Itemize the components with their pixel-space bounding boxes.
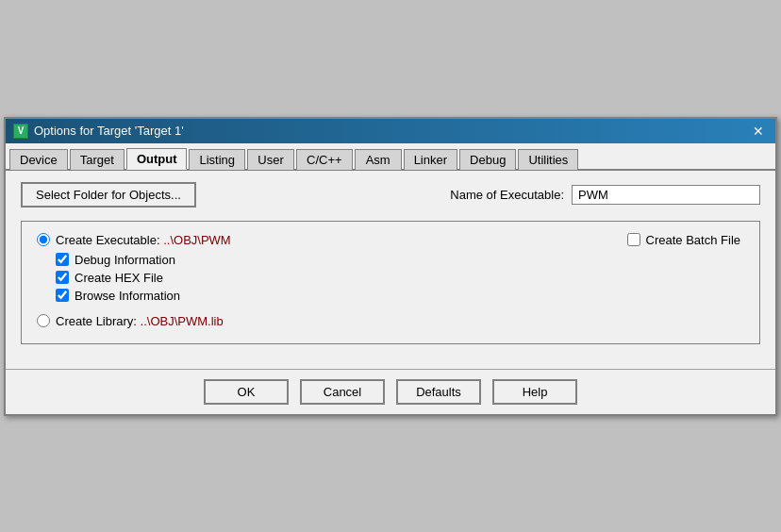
create-executable-radio[interactable] [37, 233, 50, 246]
debug-info-row: Debug Information [37, 253, 744, 267]
cancel-button[interactable]: Cancel [300, 379, 385, 405]
tab-target[interactable]: Target [70, 149, 125, 170]
tab-linker[interactable]: Linker [404, 149, 457, 170]
bottom-bar: OK Cancel Defaults Help [6, 369, 775, 414]
title-bar-left: V Options for Target 'Target 1' [13, 124, 184, 139]
tab-debug[interactable]: Debug [459, 149, 516, 170]
create-hex-row: Create HEX File [37, 271, 744, 285]
tab-asm[interactable]: Asm [355, 149, 402, 170]
tab-output[interactable]: Output [126, 148, 188, 170]
tab-cpp[interactable]: C/C++ [296, 149, 353, 170]
debug-info-checkbox[interactable] [56, 253, 69, 266]
exec-path: ..\OBJ\PWM [163, 233, 231, 247]
name-of-exec-label: Name of Executable: [450, 188, 564, 202]
ok-button[interactable]: OK [204, 379, 289, 405]
browse-info-label: Browse Information [75, 289, 180, 303]
create-batch-file-area: Create Batch File [627, 233, 740, 247]
tab-bar: Device Target Output Listing User C/C++ … [6, 143, 775, 171]
tab-listing[interactable]: Listing [189, 149, 245, 170]
create-executable-label: Create Executable: ..\OBJ\PWM [56, 233, 231, 247]
browse-info-row: Browse Information [37, 289, 744, 303]
defaults-button[interactable]: Defaults [396, 379, 481, 405]
create-hex-checkbox[interactable] [56, 271, 69, 284]
tab-utilities[interactable]: Utilities [518, 149, 578, 170]
create-hex-label: Create HEX File [75, 271, 163, 285]
create-library-radio[interactable] [37, 314, 50, 327]
close-button[interactable]: ✕ [749, 125, 768, 138]
create-library-label: Create Library: ..\OBJ\PWM.lib [56, 314, 224, 328]
app-icon: V [13, 124, 28, 139]
browse-info-checkbox[interactable] [56, 289, 69, 302]
dialog-window: V Options for Target 'Target 1' ✕ Device… [4, 117, 777, 416]
create-batch-file-checkbox[interactable] [627, 233, 640, 246]
output-group: Create Batch File Create Executable: ..\… [21, 221, 760, 344]
library-path: ..\OBJ\PWM.lib [141, 314, 224, 328]
help-button[interactable]: Help [492, 379, 577, 405]
name-of-executable-area: Name of Executable: [215, 185, 760, 205]
create-batch-file-label: Create Batch File [646, 233, 740, 247]
group-inner: Create Executable: ..\OBJ\PWM Debug Info… [37, 233, 744, 328]
tab-user[interactable]: User [247, 149, 294, 170]
create-library-row: Create Library: ..\OBJ\PWM.lib [37, 314, 744, 328]
main-content: Select Folder for Objects... Name of Exe… [6, 171, 775, 369]
tab-device[interactable]: Device [9, 149, 68, 170]
dialog-title: Options for Target 'Target 1' [34, 124, 184, 138]
debug-info-label: Debug Information [75, 253, 175, 267]
top-row: Select Folder for Objects... Name of Exe… [21, 182, 760, 208]
select-folder-button[interactable]: Select Folder for Objects... [21, 182, 196, 208]
executable-name-input[interactable] [572, 185, 760, 205]
title-bar: V Options for Target 'Target 1' ✕ [6, 119, 775, 143]
